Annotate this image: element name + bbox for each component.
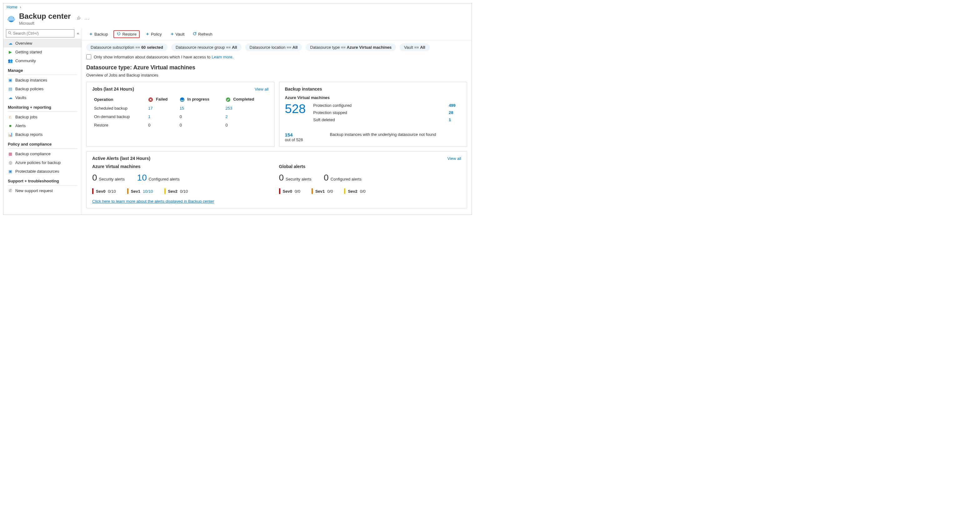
datasource-title: Datasource type: Azure Virtual machines (82, 63, 472, 72)
page-title: Backup center (19, 12, 71, 21)
chevron-right-icon: › (20, 5, 21, 10)
svg-point-1 (8, 32, 11, 34)
sidebar-item-new-support[interactable]: ✆ New support request (3, 186, 81, 195)
cell-link[interactable]: 1 (148, 114, 150, 119)
more-icon[interactable]: ··· (84, 17, 90, 21)
toolbar: ＋ Backup Restore ＋ Policy ＋ Vault (82, 28, 472, 40)
label: Community (15, 59, 36, 63)
col-completed: Completed (224, 95, 268, 104)
alerts-card: Active Alerts (last 24 Hours) View all A… (86, 151, 467, 208)
label: Backup reports (15, 132, 43, 137)
label: Backup jobs (15, 114, 38, 119)
page-header: Backup center Microsoft ··· (3, 11, 472, 28)
sidebar-item-community[interactable]: 👥 Community (3, 56, 81, 65)
refresh-button[interactable]: Refresh (190, 30, 215, 38)
sidebar-section-manage: Manage (3, 65, 81, 74)
restore-button[interactable]: Restore (113, 30, 140, 38)
bi-total[interactable]: 528 (285, 102, 306, 116)
label: Overview (15, 41, 32, 46)
sidebar-item-alerts[interactable]: ■ Alerts (3, 121, 81, 130)
jobs-icon: ⎌ (8, 114, 13, 119)
sidebar-item-backup-jobs[interactable]: ⎌ Backup jobs (3, 113, 81, 121)
learn-more-link[interactable]: Learn more (212, 55, 232, 59)
sidebar-item-backup-reports[interactable]: 📊 Backup reports (3, 130, 81, 139)
sidebar-section-policy: Policy and compliance (3, 139, 81, 148)
access-filter-checkbox[interactable] (86, 54, 91, 59)
sidebar-item-protectable[interactable]: ▣ Protectable datasources (3, 167, 81, 176)
jobs-view-all[interactable]: View all (255, 87, 269, 92)
cell-link[interactable]: 17 (148, 106, 153, 111)
label: New support request (15, 188, 53, 193)
sidebar-item-backup-policies[interactable]: ▤ Backup policies (3, 84, 81, 93)
backup-button[interactable]: ＋ Backup (86, 30, 110, 38)
alerts-icon: ■ (8, 123, 13, 128)
vaults-icon: ☁ (8, 95, 13, 100)
compliance-icon: ▦ (8, 151, 13, 156)
cell-link[interactable]: 15 (180, 106, 184, 111)
page-subtitle: Microsoft (19, 21, 71, 25)
filter-vault[interactable]: Vault == All (400, 43, 430, 51)
sidebar-section-support: Support + troubleshooting (3, 176, 81, 185)
support-icon: ✆ (8, 188, 13, 193)
sidebar-item-azure-policies[interactable]: ◎ Azure policies for backup (3, 158, 81, 167)
access-filter-text: Only show information about datasources … (94, 55, 234, 59)
cell-link[interactable]: 2 (226, 114, 228, 119)
sidebar-item-getting-started[interactable]: ▶ Getting started (3, 48, 81, 56)
sev1-badge: Sev110/10 (127, 188, 153, 194)
label: Vaults (15, 95, 26, 100)
label: Backup policies (15, 87, 43, 91)
bi-notfound-count[interactable]: 154 (285, 132, 323, 137)
vault-button[interactable]: ＋ Vault (167, 30, 187, 38)
collapse-sidebar-icon[interactable]: « (77, 31, 79, 36)
filters-row: Datasource subscription == 60 selected D… (82, 40, 472, 53)
sidebar-search[interactable] (6, 29, 75, 38)
filter-location[interactable]: Datasource location == All (245, 43, 302, 51)
alerts-learn-more-link[interactable]: Click here to learn more about the alert… (92, 199, 214, 204)
sev1-badge: Sev10/0 (312, 188, 333, 194)
access-filter-row: Only show information about datasources … (82, 53, 472, 63)
pin-icon[interactable] (76, 16, 81, 22)
bi-link[interactable]: 499 (449, 103, 461, 108)
bi-link[interactable]: 28 (449, 110, 461, 115)
sidebar-section-monitoring: Monitoring + reporting (3, 102, 81, 111)
search-icon (8, 31, 12, 36)
cell-link[interactable]: 253 (226, 106, 232, 111)
backup-center-icon (6, 14, 16, 24)
sev1-link[interactable]: 10/10 (143, 189, 153, 194)
sidebar-item-backup-instances[interactable]: ▣ Backup instances (3, 76, 81, 84)
bi-link[interactable]: 1 (449, 117, 461, 122)
azure-policy-icon: ◎ (8, 160, 13, 165)
sidebar-item-overview[interactable]: ☁ Overview (3, 39, 81, 48)
alerts-avm: Azure Virtual machines 0Security alerts … (92, 164, 275, 194)
bi-notfound-out: out of 528 (285, 137, 323, 142)
sev2-badge: Sev20/10 (164, 188, 188, 194)
avm-configured-link[interactable]: 10 (137, 173, 147, 183)
filter-resource-group[interactable]: Datasource resource group == All (171, 43, 242, 51)
jobs-row-ondemand: On-demand backup 1 0 2 (93, 113, 268, 121)
policy-button[interactable]: ＋ Policy (143, 30, 164, 38)
filter-subscription[interactable]: Datasource subscription == 60 selected (86, 43, 167, 51)
sev0-badge: Sev00/0 (279, 188, 300, 194)
jobs-card: Jobs (last 24 Hours) View all Operation … (86, 82, 275, 147)
sidebar-item-backup-compliance[interactable]: ▦ Backup compliance (3, 149, 81, 158)
policies-icon: ▤ (8, 86, 13, 91)
filter-datasource-type[interactable]: Datasource type == Azure Virtual machine… (305, 43, 396, 51)
search-input[interactable] (13, 31, 72, 36)
sev2-badge: Sev20/0 (344, 188, 365, 194)
bi-card-title: Backup instances (285, 87, 461, 92)
alerts-global: Global alerts 0Security alerts 0Configur… (279, 164, 461, 194)
breadcrumb-home[interactable]: Home (6, 5, 18, 10)
plus-icon: ＋ (145, 31, 150, 37)
reports-icon: 📊 (8, 132, 13, 137)
svg-line-2 (11, 33, 11, 34)
sidebar-item-vaults[interactable]: ☁ Vaults (3, 93, 81, 102)
alerts-view-all[interactable]: View all (447, 156, 461, 161)
refresh-icon (192, 32, 197, 37)
jobs-card-title: Jobs (last 24 Hours) (92, 87, 134, 92)
restore-icon (116, 32, 121, 37)
label: Backup instances (15, 78, 47, 83)
rocket-icon: ▶ (8, 49, 13, 54)
cloud-icon: ☁ (8, 41, 13, 46)
datasource-subtitle: Overview of Jobs and Backup instances (82, 72, 472, 82)
label: Getting started (15, 50, 42, 54)
